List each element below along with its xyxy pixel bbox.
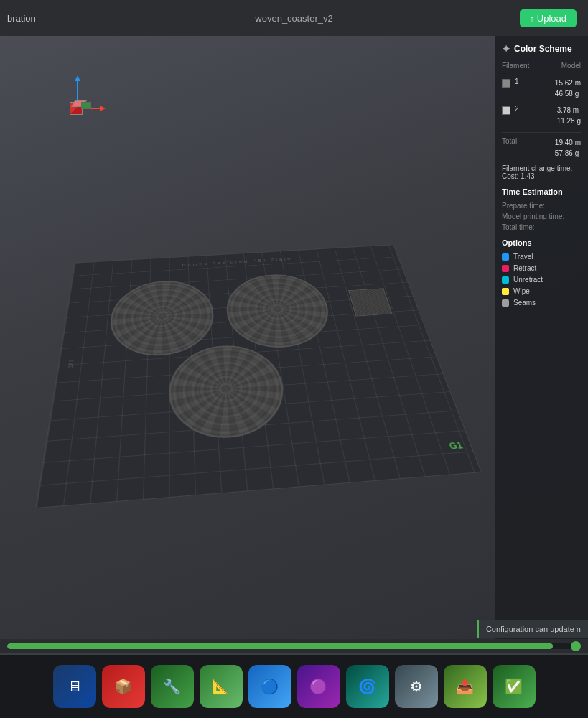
- dock-item-3[interactable]: 📐: [200, 665, 243, 708]
- bed-surface: Bambu Textured PEI Plate G1 191: [35, 244, 482, 508]
- dock-item-0[interactable]: 🖥: [53, 665, 96, 708]
- panel-icon: ✦: [502, 43, 510, 55]
- dock-item-5[interactable]: 🟣: [297, 665, 340, 708]
- dock-item-7[interactable]: ⚙: [395, 665, 438, 708]
- bed-side-label: 191: [66, 359, 75, 368]
- coaster-3: [169, 342, 290, 442]
- time-estimation-title: Time Estimation: [502, 187, 581, 196]
- travel-label: Travel: [513, 253, 533, 261]
- notification-text: Configuration can update n: [486, 625, 581, 633]
- col-model: Model: [561, 62, 581, 70]
- cost-text: Cost: 1.43: [502, 172, 581, 180]
- total-time-label: Total time:: [502, 223, 535, 231]
- notification-bar: Configuration can update n: [477, 620, 588, 638]
- unretract-dot: [502, 276, 509, 284]
- filament-color-1: [502, 79, 510, 88]
- print-bed: Bambu Textured PEI Plate G1 191: [35, 244, 482, 508]
- filament-change-text: Filament change time:: [502, 164, 581, 172]
- upload-button[interactable]: ↑ Upload: [520, 9, 577, 27]
- filament-length-2: 3.78 m: [557, 105, 581, 116]
- filament-num-1: 1: [515, 78, 551, 85]
- filament-length-1: 15.62 m: [555, 78, 581, 88]
- filament-weight-2: 11.28 g: [557, 116, 581, 126]
- dock-icon-8: 📤: [452, 673, 478, 699]
- cube-green-icon: [81, 102, 91, 109]
- filament-color-2: [502, 106, 510, 115]
- top-bar: bration woven_coaster_v2 ↑ Upload: [0, 0, 588, 36]
- progress-dot: [571, 641, 581, 651]
- option-travel: Travel: [502, 253, 581, 261]
- dock-icon-7: ⚙: [403, 673, 429, 699]
- retract-label: Retract: [513, 264, 536, 272]
- progress-bar-container: [0, 639, 588, 653]
- dock-item-1[interactable]: 📦: [102, 665, 145, 708]
- coaster-1: [107, 279, 215, 359]
- col-filament: Filament: [502, 62, 529, 70]
- panel-title: ✦ Color Scheme: [502, 43, 581, 55]
- dock-icon-2: 🔧: [159, 673, 185, 699]
- filament-row-1: 1 15.62 m 46.58 g: [502, 78, 581, 99]
- total-weight: 57.86 g: [555, 148, 581, 159]
- dock: 🖥 📦 🔧 📐 🔵 🟣 🌀 ⚙ 📤 ✅: [0, 655, 588, 718]
- col-headers: Filament Model: [502, 62, 581, 73]
- option-wipe: Wipe: [502, 287, 581, 295]
- travel-dot: [502, 253, 509, 261]
- right-panel: ✦ Color Scheme Filament Model 1 15.62 m …: [495, 36, 588, 653]
- file-title: woven_coaster_v2: [255, 13, 332, 24]
- filament-info-1: 1: [515, 78, 551, 85]
- progress-fill: [7, 643, 553, 649]
- dock-icon-4: 🔵: [257, 673, 283, 699]
- total-length: 19.40 m: [555, 137, 581, 148]
- filament-weight-1: 46.58 g: [555, 88, 581, 99]
- dock-icon-6: 🌀: [355, 673, 381, 699]
- filament-info-2: 2: [515, 105, 553, 113]
- dock-icon-5: 🟣: [306, 673, 332, 699]
- seams-dot: [502, 299, 509, 307]
- panel-title-label: Color Scheme: [514, 44, 572, 54]
- dock-item-4[interactable]: 🔵: [248, 665, 291, 708]
- total-row: Total 19.40 m 57.86 g: [502, 132, 581, 159]
- progress-track: [7, 643, 576, 649]
- option-unretract: Unretract: [502, 276, 581, 284]
- option-retract: Retract: [502, 264, 581, 272]
- options-section: Options Travel Retract Unretract Wipe Se…: [502, 238, 581, 307]
- filament-vals-2: 3.78 m 11.28 g: [557, 105, 581, 126]
- seams-label: Seams: [513, 299, 536, 307]
- app-left-label: bration: [7, 13, 36, 24]
- coaster-2: [224, 272, 337, 351]
- axes-widget: [68, 79, 97, 122]
- model-time-row: Model printing time:: [502, 213, 581, 220]
- wipe-label: Wipe: [513, 287, 530, 295]
- dock-item-2[interactable]: 🔧: [151, 665, 194, 708]
- dock-icon-1: 📦: [111, 673, 136, 699]
- filament-row-2: 2 3.78 m 11.28 g: [502, 105, 581, 126]
- filament-change-row: Filament change time: Cost: 1.43: [502, 164, 581, 180]
- unretract-label: Unretract: [513, 276, 543, 284]
- prepare-time-row: Prepare time:: [502, 202, 581, 210]
- option-seams: Seams: [502, 299, 581, 307]
- dock-icon-3: 📐: [208, 673, 234, 699]
- options-title: Options: [502, 238, 581, 247]
- prepare-time-label: Prepare time:: [502, 202, 545, 210]
- total-label: Total: [502, 137, 517, 145]
- dock-icon-0: 🖥: [62, 673, 88, 699]
- filament-vals-1: 15.62 m 46.58 g: [555, 78, 581, 99]
- model-time-label: Model printing time:: [502, 213, 564, 220]
- dock-item-9[interactable]: ✅: [493, 665, 536, 708]
- dock-item-6[interactable]: 🌀: [346, 665, 389, 708]
- bed-corner-label: G1: [448, 440, 465, 451]
- wipe-dot: [502, 288, 509, 295]
- filament-num-2: 2: [515, 105, 553, 113]
- total-values: 19.40 m 57.86 g: [555, 137, 581, 159]
- total-time-row: Total time:: [502, 223, 581, 231]
- dock-item-8[interactable]: 📤: [444, 665, 487, 708]
- retract-dot: [502, 265, 509, 272]
- dock-icon-9: ✅: [501, 673, 527, 699]
- printbed-container: Bambu Textured PEI Plate G1 191: [0, 72, 495, 632]
